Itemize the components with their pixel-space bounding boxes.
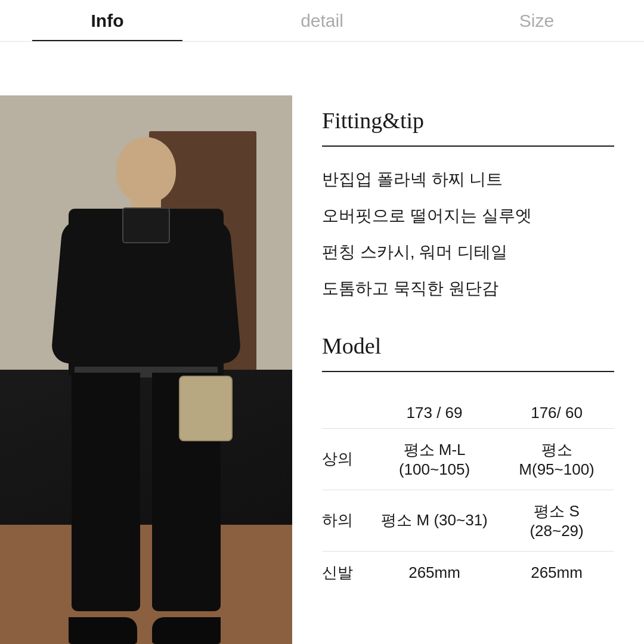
tab-detail-label: detail: [301, 11, 343, 31]
row-val-bottom-1: 평소 M (30~31): [370, 490, 499, 551]
main-content: Fitting&tip 반집업 폴라넥 하찌 니트 오버핏으로 떨어지는 실루엣…: [0, 42, 644, 644]
tab-info-label: Info: [91, 11, 124, 31]
product-image-panel: [0, 95, 292, 644]
tab-size-label: Size: [519, 11, 554, 31]
row-label-top: 상의: [322, 428, 370, 490]
fitting-list: 반집업 폴라넥 하찌 니트 오버핏으로 떨어지는 실루엣 펀칭 스카시, 워머 …: [322, 168, 614, 301]
row-val-top-2: 평소 M(95~100): [499, 428, 614, 490]
col-header-1: 173 / 69: [370, 393, 499, 429]
product-image: [0, 95, 292, 644]
tab-detail[interactable]: detail: [215, 0, 429, 41]
table-row: 하의 평소 M (30~31) 평소 S (28~29): [322, 490, 614, 551]
row-val-shoes-1: 265mm: [370, 551, 499, 594]
row-val-top-1: 평소 M-L (100~105): [370, 428, 499, 490]
table-header-row: 173 / 69 176/ 60: [322, 393, 614, 429]
model-section: Model 173 / 69 176/ 60 상의 평소 M-L (100~10…: [322, 333, 614, 594]
info-panel: Fitting&tip 반집업 폴라넥 하찌 니트 오버핏으로 떨어지는 실루엣…: [292, 95, 644, 644]
col-header-2: 176/ 60: [499, 393, 614, 429]
model-divider: [322, 371, 614, 372]
row-val-bottom-2: 평소 S (28~29): [499, 490, 614, 551]
list-item: 펀칭 스카시, 워머 디테일: [322, 240, 614, 264]
tab-size[interactable]: Size: [429, 0, 644, 41]
col-empty: [322, 393, 370, 429]
row-label-bottom: 하의: [322, 490, 370, 551]
model-title: Model: [322, 333, 614, 359]
list-item: 반집업 폴라넥 하찌 니트: [322, 168, 614, 191]
list-item: 오버핏으로 떨어지는 실루엣: [322, 204, 614, 227]
figure-collar: [122, 208, 170, 243]
figure-bag: [179, 376, 233, 441]
tab-bar: Info detail Size: [0, 0, 644, 42]
row-label-shoes: 신발: [322, 551, 370, 594]
figure-head: [116, 137, 176, 203]
figure-shoe-right: [152, 617, 221, 644]
fitting-section: Fitting&tip 반집업 폴라넥 하찌 니트 오버핏으로 떨어지는 실루엣…: [322, 107, 614, 300]
fitting-title: Fitting&tip: [322, 107, 614, 134]
model-figure: [45, 137, 247, 644]
tab-info[interactable]: Info: [0, 0, 215, 41]
row-val-shoes-2: 265mm: [499, 551, 614, 594]
table-row: 상의 평소 M-L (100~105) 평소 M(95~100): [322, 428, 614, 490]
figure-pants-left: [72, 373, 140, 611]
table-row: 신발 265mm 265mm: [322, 551, 614, 594]
list-item: 도톰하고 묵직한 원단감: [322, 277, 614, 300]
figure-shoe-left: [69, 617, 137, 644]
model-table: 173 / 69 176/ 60 상의 평소 M-L (100~105) 평소 …: [322, 393, 614, 594]
fitting-divider: [322, 145, 614, 147]
